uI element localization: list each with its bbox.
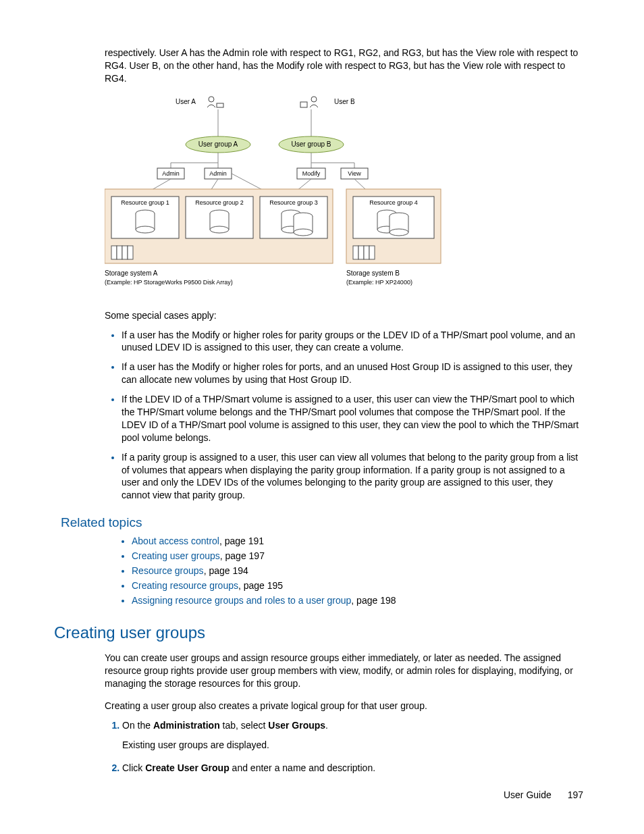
svg-point-50 xyxy=(210,226,229,233)
svg-rect-72 xyxy=(117,246,122,259)
svg-rect-4 xyxy=(300,102,307,107)
list-item: If a user has the Modify or higher roles… xyxy=(122,329,583,355)
svg-point-60 xyxy=(294,229,313,236)
svg-text:User B: User B xyxy=(334,98,355,105)
svg-text:(Example: HP StorageWorks P950: (Example: HP StorageWorks P9500 Disk Arr… xyxy=(105,279,233,286)
svg-point-45 xyxy=(136,226,155,233)
list-item: If a user has the Modify or higher roles… xyxy=(122,361,583,386)
special-cases-list: If a user has the Modify or higher roles… xyxy=(108,329,583,502)
step-text: . xyxy=(325,720,328,731)
svg-text:User group B: User group B xyxy=(292,140,331,148)
svg-text:View: View xyxy=(348,170,361,177)
related-link[interactable]: Creating user groups xyxy=(132,550,220,561)
svg-rect-74 xyxy=(128,246,133,259)
svg-rect-75 xyxy=(353,246,358,259)
special-cases-lead: Some special cases apply: xyxy=(105,309,583,322)
svg-rect-3 xyxy=(217,103,223,107)
svg-text:Modify: Modify xyxy=(302,170,321,177)
svg-text:Resource group 1: Resource group 1 xyxy=(121,199,169,206)
svg-rect-71 xyxy=(111,246,117,259)
related-topics-heading: Related topics xyxy=(61,515,583,530)
svg-point-70 xyxy=(390,229,408,236)
related-suffix: , page 194 xyxy=(204,565,248,576)
list-item: Assigning resource groups and roles to a… xyxy=(132,595,583,606)
svg-rect-78 xyxy=(369,246,375,259)
list-item: If the LDEV ID of a THP/Smart volume is … xyxy=(122,393,583,444)
list-item: About access control, page 191 xyxy=(132,536,583,546)
svg-text:(Example: HP XP24000): (Example: HP XP24000) xyxy=(346,279,412,286)
create-para-2: Creating a user group also creates a pri… xyxy=(105,700,583,712)
svg-point-5 xyxy=(311,97,317,102)
step-text: On the xyxy=(122,720,153,731)
svg-rect-73 xyxy=(122,246,128,259)
footer-label: User Guide xyxy=(504,789,552,800)
related-topics-list: About access control, page 191 Creating … xyxy=(118,536,583,606)
svg-text:Admin: Admin xyxy=(209,170,227,177)
svg-text:Storage system B: Storage system B xyxy=(346,269,400,277)
step-text: and enter a name and description. xyxy=(230,762,375,773)
svg-point-2 xyxy=(209,97,214,102)
svg-text:Resource group 3: Resource group 3 xyxy=(269,199,318,206)
step-1: On the Administration tab, select User G… xyxy=(122,719,583,752)
bold-term: Administration xyxy=(153,720,220,731)
related-suffix: , page 195 xyxy=(238,580,283,591)
create-para-1: You can create user groups and assign re… xyxy=(105,652,583,690)
svg-text:Admin: Admin xyxy=(162,170,180,177)
steps-list: On the Administration tab, select User G… xyxy=(105,719,583,775)
list-item: Creating user groups, page 197 xyxy=(132,550,583,561)
related-link[interactable]: About access control xyxy=(132,536,219,546)
svg-text:User group A: User group A xyxy=(198,140,238,148)
list-item: Resource groups, page 194 xyxy=(132,565,583,576)
svg-text:User A: User A xyxy=(176,98,196,105)
related-suffix: , page 198 xyxy=(351,595,396,606)
step-subtext: Existing user groups are displayed. xyxy=(122,739,583,752)
related-link[interactable]: Assigning resource groups and roles to a… xyxy=(132,595,351,606)
intro-continuation: respectively. User A has the Admin role … xyxy=(105,47,583,85)
list-item: If a parity group is assigned to a user,… xyxy=(122,451,583,502)
svg-rect-76 xyxy=(358,246,364,259)
creating-user-groups-heading: Creating user groups xyxy=(54,623,583,642)
related-suffix: , page 191 xyxy=(219,536,264,546)
related-link[interactable]: Creating resource groups xyxy=(132,580,238,591)
list-item: Creating resource groups, page 195 xyxy=(132,580,583,591)
step-text: tab, select xyxy=(220,720,269,731)
bold-term: User Groups xyxy=(268,720,325,731)
step-2: Click Create User Group and enter a name… xyxy=(122,762,583,775)
related-link[interactable]: Resource groups xyxy=(132,565,204,576)
page-footer: User Guide 197 xyxy=(504,789,583,800)
bold-term: Create User Group xyxy=(145,762,229,773)
svg-text:Resource group 2: Resource group 2 xyxy=(195,199,244,206)
related-suffix: , page 197 xyxy=(220,550,265,561)
svg-rect-77 xyxy=(364,246,369,259)
step-text: Click xyxy=(122,762,145,773)
footer-page-number: 197 xyxy=(568,789,583,800)
svg-text:Resource group 4: Resource group 4 xyxy=(369,199,418,206)
svg-text:Storage system A: Storage system A xyxy=(105,269,158,277)
roles-diagram: User A User B User group A User group B … xyxy=(105,92,583,300)
